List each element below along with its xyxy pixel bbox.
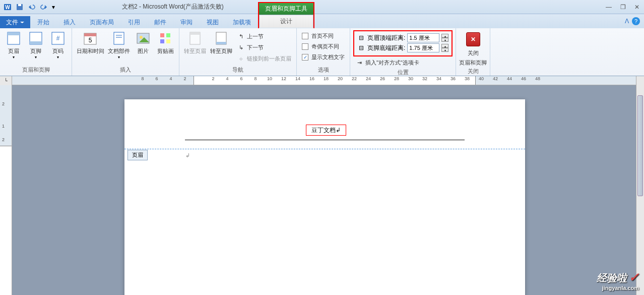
header-text[interactable]: 豆丁文档↲ <box>306 125 346 136</box>
quick-access-toolbar: W ▾ <box>2 2 56 13</box>
pagenum-icon: # <box>50 30 66 46</box>
contextual-tab-group: 页眉和页脚工具 设计 <box>258 2 314 28</box>
footer-dist-icon: ⊟ <box>357 44 365 52</box>
goto-footer-icon <box>213 30 229 46</box>
svg-text:5: 5 <box>89 37 92 44</box>
checkbox-checked-icon: ✓ <box>302 54 308 61</box>
picture-button[interactable]: 图片 <box>133 29 154 56</box>
document-area: 212 豆丁文档↲ 页眉 ↲ <box>0 85 644 295</box>
close-header-footer-button[interactable]: ✕ <box>466 32 480 46</box>
svg-point-17 <box>140 36 143 39</box>
ruler-toggle-icon[interactable] <box>636 76 644 85</box>
svg-text:W: W <box>5 5 10 10</box>
header-top-input[interactable] <box>407 33 439 42</box>
position-highlight: ⊟ 页眉顶端距离: ▴▾ ⊟ 页脚底端距离: ▴▾ <box>353 30 453 56</box>
group-options: 首页不同 奇偶页不同 ✓显示文档文字 选项 <box>297 28 350 76</box>
vertical-ruler[interactable]: 212 <box>0 85 12 295</box>
svg-rect-20 <box>166 33 170 37</box>
link-icon: ⟐ <box>237 54 245 63</box>
goto-footer-button[interactable]: 转至页脚 <box>209 29 234 56</box>
header-icon <box>6 30 22 46</box>
svg-rect-3 <box>18 4 21 6</box>
first-page-diff-checkbox[interactable]: 首页不同 <box>300 31 347 41</box>
goto-header-button[interactable]: 转至页眉 <box>182 29 208 56</box>
next-section-button[interactable]: ↳下一节 <box>235 42 293 52</box>
group-label: 关闭 <box>459 67 487 77</box>
header-rule <box>185 140 465 140</box>
svg-rect-5 <box>8 32 20 35</box>
word-icon[interactable]: W <box>2 2 13 13</box>
file-tab[interactable]: 文件 <box>0 16 30 28</box>
svg-rect-24 <box>190 32 200 35</box>
group-close: ✕ 关闭 页眉和页脚 关闭 <box>456 28 490 76</box>
link-prev-button[interactable]: ⟐链接到前一条页眉 <box>235 53 293 64</box>
svg-rect-7 <box>30 41 42 44</box>
svg-text:#: # <box>56 35 60 42</box>
insert-align-tab-button[interactable]: ⇥插入"对齐方式"选项卡 <box>353 57 453 68</box>
tab-selector[interactable]: └ <box>0 76 12 85</box>
docparts-icon <box>111 30 127 46</box>
datetime-button[interactable]: 5 日期和时间 <box>75 29 105 56</box>
vertical-scrollbar[interactable] <box>636 85 644 295</box>
minimize-button[interactable]: — <box>604 3 614 12</box>
checkmark-icon: ✓ <box>629 270 639 284</box>
undo-icon[interactable] <box>26 2 37 13</box>
tab-references[interactable]: 引用 <box>121 16 147 28</box>
show-doc-text-checkbox[interactable]: ✓显示文档文字 <box>300 52 347 62</box>
watermark: 经验啦✓ jingyanla.com <box>597 270 639 291</box>
odd-even-diff-checkbox[interactable]: 奇偶页不同 <box>300 42 347 51</box>
footer-bottom-input[interactable] <box>407 43 439 52</box>
tab-pagelayout[interactable]: 页面布局 <box>83 16 121 28</box>
pagenum-button[interactable]: # 页码 ▾ <box>47 29 69 61</box>
qat-dropdown-icon[interactable]: ▾ <box>50 2 56 13</box>
footer-bottom-spinner[interactable]: ▴▾ <box>441 44 448 52</box>
app-title: 文档2 - Microsoft Word(产品激活失败) <box>122 3 224 11</box>
goto-header-icon <box>187 30 203 46</box>
header-boundary <box>124 149 525 149</box>
tab-insert[interactable]: 插入 <box>56 16 83 28</box>
calendar-icon: 5 <box>82 30 98 46</box>
page-container[interactable]: 豆丁文档↲ 页眉 ↲ <box>12 85 644 295</box>
group-navigation: 转至页眉 转至页脚 ↰上一节 ↳下一节 ⟐链接到前一条页眉 导航 <box>179 28 297 76</box>
clipart-icon <box>157 30 173 46</box>
tab-view[interactable]: 视图 <box>200 16 226 28</box>
docparts-button[interactable]: 文档部件 ▾ <box>106 29 132 61</box>
group-position: ⊟ 页眉顶端距离: ▴▾ ⊟ 页脚底端距离: ▴▾ ⇥插入"对齐方式"选项卡 位… <box>350 28 456 76</box>
next-icon: ↳ <box>237 43 245 51</box>
header-tag: 页眉 <box>127 150 148 160</box>
group-label: 选项 <box>300 65 347 76</box>
picture-icon <box>135 30 151 46</box>
minimize-ribbon-icon[interactable]: ᐱ <box>625 18 629 25</box>
window-controls: — ❐ ✕ <box>604 3 642 12</box>
restore-button[interactable]: ❐ <box>618 3 628 12</box>
checkbox-icon <box>302 43 308 50</box>
svg-rect-22 <box>166 39 170 43</box>
save-icon[interactable] <box>14 2 25 13</box>
svg-rect-19 <box>160 33 164 37</box>
prev-icon: ↰ <box>237 32 245 40</box>
footer-bottom-label: 页脚底端距离: <box>367 44 405 52</box>
tab-mailings[interactable]: 邮件 <box>147 16 173 28</box>
close-window-button[interactable]: ✕ <box>632 3 642 12</box>
header-button[interactable]: 页眉 ▾ <box>3 29 24 61</box>
group-label: 页眉和页脚 <box>3 65 69 76</box>
footer-button[interactable]: 页脚 ▾ <box>25 29 46 61</box>
svg-rect-13 <box>114 32 124 44</box>
redo-icon[interactable] <box>38 2 49 13</box>
tab-addins[interactable]: 加载项 <box>226 16 258 28</box>
scroll-thumb[interactable] <box>637 95 643 196</box>
horizontal-ruler[interactable]: └ 86422468101214161820222426283032343638… <box>0 76 644 85</box>
svg-rect-21 <box>160 39 164 43</box>
help-icon[interactable]: ? <box>632 17 640 25</box>
header-top-spinner[interactable]: ▴▾ <box>441 34 448 42</box>
header-top-label: 页眉顶端距离: <box>367 34 405 42</box>
paragraph-mark-icon: ↲ <box>185 152 190 159</box>
prev-section-button[interactable]: ↰上一节 <box>235 31 293 41</box>
page[interactable]: 豆丁文档↲ 页眉 ↲ <box>124 99 525 295</box>
tab-design[interactable]: 设计 <box>259 15 313 28</box>
ribbon-tabs: 文件 开始 插入 页面布局 引用 邮件 审阅 视图 加载项 页眉和页脚工具 设计… <box>0 14 644 28</box>
tab-home[interactable]: 开始 <box>30 16 56 28</box>
contextual-group-label: 页眉和页脚工具 <box>259 3 313 15</box>
tab-review[interactable]: 审阅 <box>173 16 200 28</box>
clipart-button[interactable]: 剪贴画 <box>155 29 176 56</box>
